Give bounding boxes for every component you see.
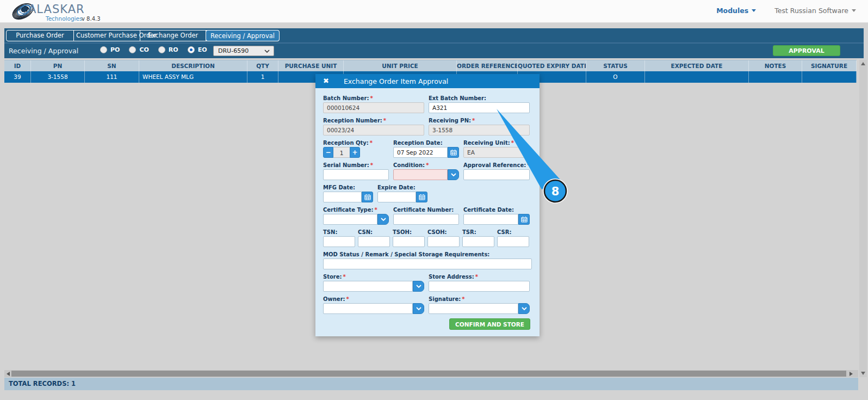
expire-date-input[interactable] — [377, 192, 416, 202]
cell-expected-date — [645, 71, 749, 83]
cell-description: WHEEL ASSY MLG — [139, 71, 247, 83]
horizontal-scrollbar[interactable] — [4, 370, 858, 377]
required-asterisk: * — [370, 162, 373, 168]
column-header-order-reference: ORDER REFERENCE — [457, 60, 518, 71]
tab-purchase-order[interactable]: Purchase Order — [7, 30, 74, 41]
radio-circle-icon — [129, 46, 136, 53]
required-asterisk: * — [426, 162, 429, 168]
signature-input[interactable] — [429, 303, 518, 314]
mod-status-input[interactable] — [323, 259, 532, 269]
radio-po[interactable]: PO — [100, 46, 120, 53]
field-batch-number: Batch Number:* — [323, 95, 424, 113]
chevron-down-icon — [752, 9, 756, 12]
csn-input[interactable] — [358, 236, 390, 247]
field-certificate-type: Certificate Type:* — [323, 206, 389, 225]
chevron-down-icon[interactable] — [413, 303, 424, 314]
order-select-dropdown[interactable]: DRU-6590 — [213, 46, 274, 56]
approval-reference-input[interactable] — [463, 169, 530, 180]
tsn-input[interactable] — [323, 236, 355, 247]
field-certificate-number: Certificate Number: — [393, 206, 459, 225]
certificate-type-input[interactable] — [323, 214, 377, 225]
vertical-scrollbar[interactable] — [859, 60, 867, 377]
qty-value: 1 — [333, 147, 350, 158]
tsr-input[interactable] — [462, 236, 494, 247]
scroll-right-icon[interactable] — [850, 372, 853, 376]
callout-circle — [544, 180, 566, 202]
condition-input[interactable] — [393, 169, 448, 180]
required-asterisk: * — [370, 95, 373, 101]
account-menu[interactable]: Test Russian Software — [774, 7, 856, 15]
column-header-quoted-expiry-date: QUOTED EXPIRY DATE — [518, 60, 586, 71]
store-input[interactable] — [323, 281, 413, 292]
required-asterisk: * — [472, 118, 475, 124]
account-label: Test Russian Software — [774, 7, 848, 15]
receiving-unit-input — [463, 147, 530, 158]
batch-number-input — [323, 102, 424, 113]
column-header-purchase-unit: PURCHASE UNIT — [278, 60, 344, 71]
certificate-number-input[interactable] — [393, 214, 459, 225]
cell-signature — [802, 71, 857, 83]
scroll-down-icon[interactable] — [861, 372, 865, 375]
total-records-label: TOTAL RECORDS: 1 — [9, 378, 76, 390]
chevron-down-icon[interactable] — [377, 214, 389, 225]
table-header-row: ID PN SN DESCRIPTION QTY PURCHASE UNIT U… — [4, 60, 857, 71]
confirm-and-store-button[interactable]: CONFIRM AND STORE — [449, 318, 530, 330]
required-asterisk: * — [346, 296, 349, 302]
calendar-icon[interactable] — [362, 192, 373, 202]
field-csr: CSR: — [497, 229, 529, 247]
csr-input[interactable] — [497, 236, 529, 247]
radio-eo[interactable]: EO — [188, 46, 207, 53]
horizontal-scrollbar-thumb[interactable] — [11, 371, 846, 377]
csoh-input[interactable] — [427, 236, 460, 247]
close-icon[interactable]: ✖ — [323, 74, 329, 88]
field-tsn: TSN: — [323, 229, 355, 247]
field-store: Store:* — [323, 273, 424, 292]
tab-customer-purchase-order[interactable]: Customer Purchase Order — [74, 30, 140, 41]
store-address-input[interactable] — [429, 281, 530, 292]
field-ext-batch-number: Ext Batch Number: — [429, 95, 530, 113]
qty-minus-button[interactable]: − — [323, 147, 333, 158]
scroll-left-icon[interactable] — [7, 372, 10, 376]
column-header-qty: QTY — [247, 60, 278, 71]
ext-batch-number-input[interactable] — [429, 102, 530, 113]
column-header-pn: PN — [31, 60, 85, 71]
required-asterisk: * — [343, 274, 346, 280]
tab-exchange-order[interactable]: Exchange Order — [140, 30, 206, 41]
approval-button[interactable]: APPROVAL — [773, 45, 840, 56]
qty-plus-button[interactable]: + — [350, 147, 360, 158]
modules-menu[interactable]: Modules — [716, 7, 756, 15]
reception-number-input — [323, 125, 424, 136]
calendar-icon[interactable] — [518, 214, 530, 225]
chevron-down-icon — [852, 9, 856, 12]
serial-number-input[interactable] — [323, 169, 389, 180]
required-asterisk: * — [370, 140, 373, 146]
required-asterisk: * — [475, 274, 478, 280]
cell-id: 39 — [4, 71, 31, 83]
field-certificate-date: Certificate Date: — [463, 206, 530, 225]
field-mfg-date: MFG Date: — [323, 184, 373, 202]
field-condition: Condition:* — [393, 162, 459, 180]
calendar-icon[interactable] — [448, 147, 459, 158]
certificate-date-input[interactable] — [463, 214, 518, 225]
chevron-down-icon[interactable] — [413, 281, 424, 292]
radio-co[interactable]: CO — [129, 46, 148, 53]
tsoh-input[interactable] — [393, 236, 425, 247]
radio-ro[interactable]: RO — [158, 46, 178, 53]
app-version: v 8.4.3 — [82, 16, 101, 22]
field-tsr: TSR: — [462, 229, 494, 247]
scroll-up-icon[interactable] — [861, 62, 865, 65]
chevron-down-icon[interactable] — [448, 169, 459, 180]
radio-circle-checked-icon — [188, 46, 195, 53]
owner-input[interactable] — [323, 303, 413, 314]
modal-title-bar: ✖ Exchange Order Item Approval — [315, 74, 540, 88]
reception-date-input[interactable] — [393, 147, 448, 158]
calendar-icon[interactable] — [416, 192, 427, 202]
tab-receiving-approval[interactable]: Receiving / Approval — [206, 30, 280, 41]
field-receiving-pn: Receiving PN:* — [429, 117, 530, 136]
mfg-date-input[interactable] — [323, 192, 362, 202]
field-mod-status: MOD Status / Remark / Special Storage Re… — [323, 251, 532, 269]
cell-pn: 3-1558 — [31, 71, 85, 83]
field-csn: CSN: — [358, 229, 390, 247]
cell-status: O — [586, 71, 645, 83]
chevron-down-icon[interactable] — [518, 303, 530, 314]
